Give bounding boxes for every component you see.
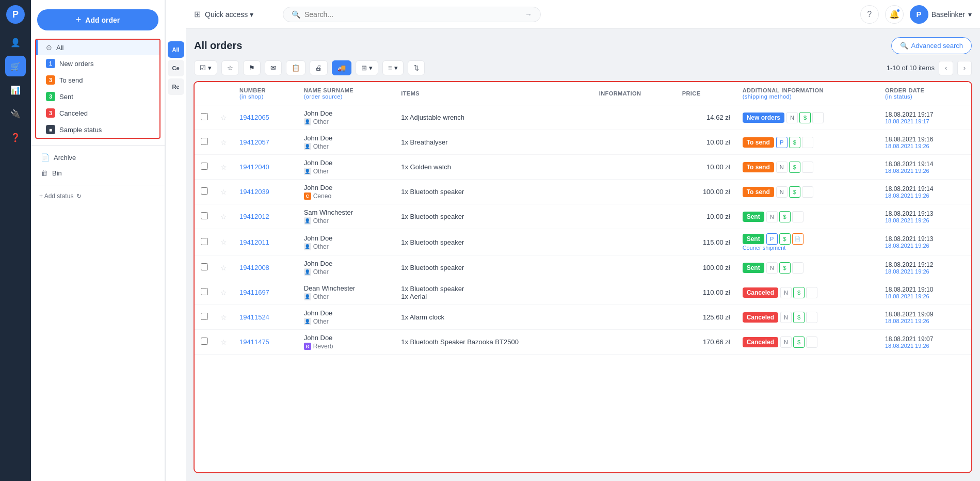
action-empty-icon[interactable] — [806, 336, 817, 348]
notifications-button[interactable]: 🔔 — [885, 5, 904, 24]
nav-integrations[interactable]: 🔌 — [5, 103, 26, 124]
toolbar-email-button[interactable]: ✉ — [265, 60, 282, 75]
row-checkbox[interactable] — [201, 212, 208, 219]
action-p-icon[interactable]: P — [776, 137, 788, 148]
order-number-link[interactable]: 19412057 — [239, 138, 269, 146]
action-empty-icon[interactable] — [802, 137, 813, 148]
order-number-link[interactable]: 19411697 — [239, 288, 269, 296]
action-p-icon[interactable]: P — [766, 233, 778, 245]
row-star-icon[interactable]: ☆ — [220, 188, 227, 196]
action-n-icon[interactable]: N — [766, 262, 778, 274]
action-dollar-icon[interactable]: $ — [793, 287, 805, 298]
row-checkbox[interactable] — [201, 187, 208, 195]
sidebar-item-to-send[interactable]: 3 To send — [36, 72, 159, 88]
row-star-icon[interactable]: ☆ — [220, 288, 227, 297]
nav-analytics[interactable]: 📊 — [5, 79, 26, 100]
row-star-icon[interactable]: ☆ — [220, 264, 227, 272]
row-checkbox[interactable] — [201, 288, 208, 295]
action-empty-icon[interactable] — [792, 262, 804, 274]
row-checkbox[interactable] — [201, 263, 208, 270]
user-menu[interactable]: P Baselinker ▾ — [910, 5, 972, 24]
pagination-prev-button[interactable]: ‹ — [939, 61, 953, 75]
toolbar-checkbox-dropdown[interactable]: ☑ ▾ — [194, 60, 217, 75]
quick-access-button[interactable]: Quick access ▾ — [205, 10, 253, 19]
toolbar-columns-button[interactable]: ⊞ ▾ — [356, 60, 378, 75]
action-n-icon[interactable]: N — [780, 287, 792, 298]
row-checkbox[interactable] — [201, 138, 208, 145]
row-star-icon[interactable]: ☆ — [220, 213, 227, 221]
nav-help[interactable]: ❓ — [5, 127, 26, 148]
row-star-icon[interactable]: ☆ — [220, 238, 227, 246]
row-star-icon[interactable]: ☆ — [220, 338, 227, 346]
nav-orders[interactable]: 🛒 — [5, 56, 26, 76]
toolbar-lines-button[interactable]: ≡ ▾ — [382, 60, 404, 75]
right-label-re[interactable]: Re — [168, 78, 184, 95]
row-number-cell: 19412011 — [233, 229, 298, 255]
row-star-icon[interactable]: ☆ — [220, 114, 227, 122]
row-checkbox[interactable] — [201, 238, 208, 245]
toolbar-flag-button[interactable]: ⚑ — [243, 60, 261, 75]
sidebar-item-canceled[interactable]: 3 Canceled — [36, 105, 159, 121]
add-status-button[interactable]: + Add status ↻ — [31, 189, 165, 203]
sidebar-item-all[interactable]: ⊙ All — [36, 40, 159, 55]
action-empty-icon[interactable] — [806, 287, 817, 298]
action-dollar-icon[interactable]: $ — [789, 162, 800, 173]
action-doc-icon[interactable]: 📄 — [792, 233, 804, 245]
action-empty-icon[interactable] — [812, 112, 824, 123]
row-checkbox[interactable] — [201, 163, 208, 170]
row-star-icon[interactable]: ☆ — [220, 313, 227, 322]
search-input[interactable] — [304, 10, 521, 19]
action-n-icon[interactable]: N — [780, 312, 792, 323]
action-empty-icon[interactable] — [792, 211, 804, 222]
sidebar-item-archive[interactable]: 📄 Archive — [31, 150, 165, 165]
toolbar-filter-button[interactable]: ⇅ — [408, 60, 425, 75]
action-dollar-icon[interactable]: $ — [779, 233, 791, 245]
action-dollar-icon[interactable]: $ — [779, 211, 791, 222]
order-number-link[interactable]: 19411524 — [239, 313, 269, 321]
toolbar-print-button[interactable]: 🖨 — [310, 60, 328, 75]
order-number-link[interactable]: 19412039 — [239, 188, 269, 196]
order-number-link[interactable]: 19412008 — [239, 264, 269, 271]
toolbar-document-button[interactable]: 📋 — [286, 60, 306, 75]
sidebar-item-sample-status[interactable]: ■ Sample status — [36, 121, 159, 138]
row-checkbox[interactable] — [201, 338, 208, 345]
action-n-icon[interactable]: N — [766, 211, 778, 222]
toolbar-truck-button[interactable]: 🚚 — [332, 60, 351, 75]
action-dollar-icon[interactable]: $ — [779, 262, 791, 274]
action-n-icon[interactable]: N — [776, 186, 788, 198]
pagination-next-button[interactable]: › — [957, 61, 972, 75]
action-n-icon[interactable]: N — [780, 336, 792, 348]
action-dollar-icon[interactable]: $ — [793, 336, 805, 348]
panel-toggle-icon[interactable]: ⊞ — [194, 9, 201, 19]
order-number-link[interactable]: 19412040 — [239, 163, 269, 171]
row-checkbox[interactable] — [201, 313, 208, 320]
action-empty-icon[interactable] — [806, 312, 817, 323]
nav-profile[interactable]: 👤 — [5, 32, 26, 53]
right-label-all[interactable]: All — [168, 41, 184, 58]
row-star-icon[interactable]: ☆ — [220, 138, 227, 147]
order-number-link[interactable]: 19412011 — [239, 238, 269, 246]
action-empty-icon[interactable] — [802, 162, 813, 173]
search-submit-icon[interactable]: → — [525, 10, 532, 19]
action-dollar-icon[interactable]: $ — [793, 312, 805, 323]
action-n-icon[interactable]: N — [786, 112, 798, 123]
order-number-link[interactable]: 19411475 — [239, 338, 269, 346]
help-button[interactable]: ? — [860, 5, 879, 24]
sidebar-item-new-orders[interactable]: 1 New orders — [36, 55, 159, 72]
action-icons: N$ — [780, 287, 817, 298]
row-checkbox[interactable] — [201, 113, 208, 120]
action-dollar-icon[interactable]: $ — [789, 137, 800, 148]
action-dollar-icon[interactable]: $ — [789, 186, 800, 198]
sidebar-item-sent[interactable]: 3 Sent — [36, 88, 159, 105]
action-n-icon[interactable]: N — [776, 162, 788, 173]
order-number-link[interactable]: 19412012 — [239, 213, 269, 220]
action-dollar-icon[interactable]: $ — [799, 112, 811, 123]
row-star-icon[interactable]: ☆ — [220, 163, 227, 171]
advanced-search-button[interactable]: 🔍 Advanced search — [891, 37, 972, 54]
add-order-button[interactable]: + Add order — [37, 9, 158, 30]
sidebar-item-bin[interactable]: 🗑 Bin — [31, 165, 165, 181]
order-number-link[interactable]: 19412065 — [239, 114, 269, 121]
right-label-ce[interactable]: Ce — [168, 60, 184, 76]
action-empty-icon[interactable] — [802, 186, 813, 198]
toolbar-star-button[interactable]: ☆ — [221, 60, 239, 75]
